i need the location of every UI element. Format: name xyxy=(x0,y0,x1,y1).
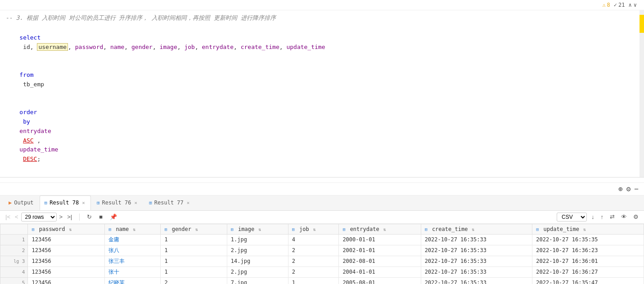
tab-result76[interactable]: ⊞ Result 76 × xyxy=(92,195,143,210)
by-keyword: by xyxy=(19,118,33,125)
sql-line-3: order by entrydate ASC , update_time DES… xyxy=(5,98,639,173)
cell-job: 2 xyxy=(288,245,339,256)
row-number: 2 xyxy=(0,245,28,256)
col-header-password[interactable]: ⊞ password ⇅ xyxy=(28,224,105,234)
order-keyword: order xyxy=(19,109,37,115)
cell-entrydate: 2005-08-01 xyxy=(339,277,421,284)
cell-name: 纪晓芙 xyxy=(105,277,161,284)
output-panel: ▶ Output ⊞ Result 78 × ⊞ Result 76 × ⊞ R… xyxy=(0,195,644,284)
col-header-entrydate[interactable]: ⊞ entrydate ⇅ xyxy=(339,224,421,234)
rows-selector[interactable]: 29 rows 50 rows 100 rows xyxy=(21,213,57,222)
row-number: 4 xyxy=(0,266,28,277)
tab-result78[interactable]: ⊞ Result 78 × xyxy=(40,195,91,210)
name-sort[interactable]: ⇅ xyxy=(133,227,136,232)
next-page-button[interactable]: > xyxy=(58,213,65,221)
tab-output-label: Output xyxy=(14,200,33,206)
first-page-button[interactable]: |< xyxy=(4,213,12,221)
password-sort[interactable]: ⇅ xyxy=(69,227,72,232)
stop-button[interactable]: ■ xyxy=(97,213,104,221)
sql-columns: id, username, password, name, gender, im… xyxy=(19,43,325,51)
refresh-button[interactable]: ↻ xyxy=(85,213,94,221)
col-header-create-time[interactable]: ⊞ create_time ⇅ xyxy=(421,224,532,234)
cell-entrydate: 2002-08-01 xyxy=(339,256,421,266)
col-header-rownum xyxy=(0,224,28,234)
tab-output[interactable]: ▶ Output xyxy=(4,195,39,210)
tab-result77-close[interactable]: × xyxy=(186,200,191,206)
download-button[interactable]: ↓ xyxy=(590,213,596,221)
asc-keyword: ASC , xyxy=(19,137,44,144)
result-toolbar: |< < 29 rows 50 rows 100 rows > >| ↻ ■ 📌… xyxy=(0,211,644,224)
cell-update_time: 2022-10-27 16:36:01 xyxy=(532,256,644,266)
pin-button[interactable]: 📌 xyxy=(108,213,119,221)
tabs-bar: ▶ Output ⊞ Result 78 × ⊞ Result 76 × ⊞ R… xyxy=(0,195,644,211)
last-page-button[interactable]: >| xyxy=(65,213,74,221)
check-icon: ✓ xyxy=(614,2,617,8)
arrow-down-icon[interactable]: ∨ xyxy=(634,2,637,8)
image-sort[interactable]: ⇅ xyxy=(258,227,261,232)
warning-badge: ⚠ 8 xyxy=(602,2,610,8)
result77-icon: ⊞ xyxy=(149,200,152,206)
cell-gender: 1 xyxy=(161,256,227,266)
cell-job: 1 xyxy=(288,277,339,284)
upload-button[interactable]: ↑ xyxy=(599,213,606,221)
update-time-sort[interactable]: ⇅ xyxy=(583,227,586,232)
cell-job: 2 xyxy=(288,256,339,266)
select-keyword: select xyxy=(19,34,41,41)
csv-select[interactable]: CSV JSON TSV xyxy=(557,213,587,222)
cell-name: 张三丰 xyxy=(105,256,161,266)
create-time-sort[interactable]: ⇅ xyxy=(472,227,475,232)
col-header-update-time[interactable]: ⊞ update_time ⇅ xyxy=(532,224,644,234)
col-header-name[interactable]: ⊞ name ⇅ xyxy=(105,224,161,234)
col-header-job[interactable]: ⊞ job ⇅ xyxy=(288,224,339,234)
table-row[interactable]: 4123456张十12.jpg22004-01-012022-10-27 16:… xyxy=(0,266,644,277)
cell-update_time: 2022-10-27 16:35:35 xyxy=(532,234,644,245)
tab-result77-label: Result 77 xyxy=(154,200,184,206)
scrollbar-thumb[interactable] xyxy=(639,15,644,33)
job-col-icon: ⊞ xyxy=(292,227,295,232)
cell-image: 1.jpg xyxy=(227,234,288,245)
column-settings-button[interactable]: ⚙ xyxy=(631,213,640,221)
update-time-col-icon: ⊞ xyxy=(536,227,539,232)
table-row[interactable]: 1123456金庸11.jpg42000-01-012022-10-27 16:… xyxy=(0,234,644,245)
gender-col-icon: ⊞ xyxy=(164,227,167,232)
row-number: 1 xyxy=(0,234,28,245)
entrydate-col-icon: ⊞ xyxy=(342,227,345,232)
view-button[interactable]: 👁 xyxy=(619,213,629,221)
tab-result78-close[interactable]: × xyxy=(81,200,86,206)
col-header-image[interactable]: ⊞ image ⇅ xyxy=(227,224,288,234)
table-row[interactable]: 5123456纪晓芙27.jpg12005-08-012022-10-27 16… xyxy=(0,277,644,284)
cell-create_time: 2022-10-27 16:35:33 xyxy=(421,245,532,256)
entrydate-sort[interactable]: ⇅ xyxy=(383,227,386,232)
job-sort[interactable]: ⇅ xyxy=(313,227,316,232)
add-panel-icon[interactable]: ⊕ xyxy=(618,185,623,193)
cell-create_time: 2022-10-27 16:35:33 xyxy=(421,266,532,277)
cell-password: 123456 xyxy=(28,256,105,266)
cell-password: 123456 xyxy=(28,266,105,277)
editor-scrollbar[interactable] xyxy=(639,10,644,177)
sql-line-1: select id, username, password, name, gen… xyxy=(5,24,639,61)
nav-arrows[interactable]: ∧ ∨ xyxy=(629,2,637,8)
table-row[interactable]: 2123456张八12.jpg22002-01-012022-10-27 16:… xyxy=(0,245,644,256)
transpose-button[interactable]: ⇄ xyxy=(608,213,617,221)
cell-entrydate: 2002-01-01 xyxy=(339,245,421,256)
tab-result77[interactable]: ⊞ Result 77 × xyxy=(144,195,195,210)
cell-image: 2.jpg xyxy=(227,266,288,277)
cell-name: 张八 xyxy=(105,245,161,256)
minimize-icon[interactable]: − xyxy=(634,185,639,193)
result-table: ⊞ password ⇅ ⊞ name ⇅ ⊞ gender ⇅ xyxy=(0,224,644,284)
sql-editor[interactable]: -- 3. 根据 入职时间 对公司的员工进行 升序排序， 入职时间相同，再按照 … xyxy=(0,10,644,178)
settings-icon[interactable]: ⚙ xyxy=(626,185,631,193)
col-header-gender[interactable]: ⊞ gender ⇅ xyxy=(161,224,227,234)
table-row[interactable]: lg 3123456张三丰114.jpg22002-08-012022-10-2… xyxy=(0,256,644,266)
arrow-up-icon[interactable]: ∧ xyxy=(629,2,632,8)
tab-result76-close[interactable]: × xyxy=(134,200,139,206)
cell-password: 123456 xyxy=(28,234,105,245)
gender-sort[interactable]: ⇅ xyxy=(195,227,198,232)
warning-count: 8 xyxy=(607,2,610,8)
prev-page-button[interactable]: < xyxy=(13,213,20,221)
cell-name: 张十 xyxy=(105,266,161,277)
desc-keyword: DESC; xyxy=(19,155,41,162)
create-time-col-icon: ⊞ xyxy=(425,227,428,232)
data-table: ⊞ password ⇅ ⊞ name ⇅ ⊞ gender ⇅ xyxy=(0,224,644,284)
update-time-col: update_time xyxy=(19,146,58,153)
